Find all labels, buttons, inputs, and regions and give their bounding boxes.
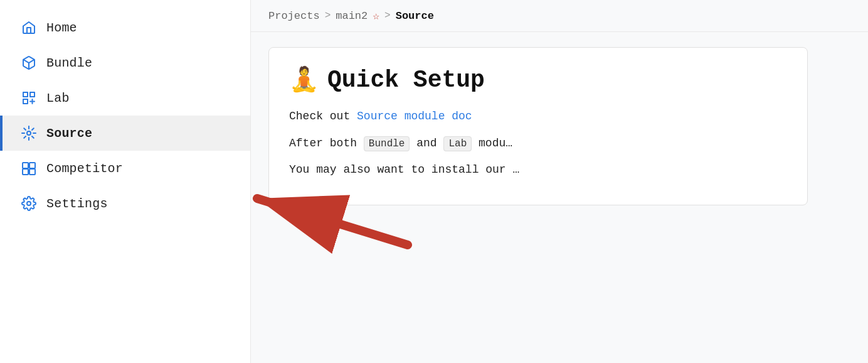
- sidebar-item-competitor[interactable]: Competitor: [0, 151, 250, 186]
- lab-icon: [20, 90, 38, 106]
- quick-setup-card: 🧘 Quick Setup Check out Source module do…: [268, 47, 808, 205]
- meditation-emoji: 🧘: [289, 65, 319, 94]
- sidebar-item-label-home: Home: [46, 21, 77, 35]
- sidebar-item-settings[interactable]: Settings: [0, 186, 250, 221]
- sidebar-item-lab[interactable]: Lab: [0, 80, 250, 116]
- lab-code: Lab: [443, 136, 472, 151]
- star-icon[interactable]: ☆: [373, 9, 379, 23]
- bundle-code: Bundle: [364, 136, 410, 151]
- svg-rect-2: [30, 92, 34, 97]
- svg-point-6: [27, 131, 31, 135]
- source-icon: [20, 126, 38, 141]
- svg-rect-7: [23, 163, 28, 168]
- quick-setup-line-2: After both Bundle and Lab modu…: [289, 134, 787, 153]
- home-icon: [20, 20, 38, 35]
- breadcrumb: Projects > main2 ☆ > Source: [251, 0, 868, 32]
- sidebar-item-label-lab: Lab: [46, 91, 70, 106]
- page-content: 🧘 Quick Setup Check out Source module do…: [251, 32, 868, 363]
- breadcrumb-project-name[interactable]: main2: [336, 10, 368, 22]
- source-module-doc-link[interactable]: Source module doc: [357, 110, 472, 122]
- settings-icon: [20, 196, 38, 211]
- quick-setup-title: 🧘 Quick Setup: [289, 65, 787, 94]
- sidebar-item-label-settings: Settings: [46, 197, 108, 211]
- svg-rect-10: [29, 169, 35, 175]
- svg-rect-8: [29, 163, 35, 168]
- sidebar-item-bundle[interactable]: Bundle: [0, 45, 250, 80]
- svg-point-11: [27, 202, 31, 205]
- main-content: Projects > main2 ☆ > Source 🧘 Quick Setu…: [251, 0, 868, 363]
- breadcrumb-projects[interactable]: Projects: [268, 10, 320, 22]
- svg-rect-1: [23, 92, 28, 97]
- sidebar-item-home[interactable]: Home: [0, 10, 250, 45]
- sidebar-item-label-bundle: Bundle: [46, 56, 92, 70]
- svg-rect-9: [23, 169, 28, 175]
- competitor-icon: [20, 161, 38, 176]
- sidebar-item-source[interactable]: Source: [0, 116, 250, 151]
- breadcrumb-sep-2: >: [384, 10, 391, 21]
- bundle-icon: [20, 55, 38, 70]
- quick-setup-line-1: Check out Source module doc: [289, 107, 787, 126]
- svg-rect-3: [23, 99, 28, 104]
- breadcrumb-current: Source: [396, 10, 434, 22]
- quick-setup-line-3: You may also want to install our …: [289, 160, 787, 180]
- sidebar-item-label-competitor: Competitor: [46, 161, 123, 176]
- sidebar: Home Bundle: [0, 0, 251, 363]
- sidebar-item-label-source: Source: [46, 126, 92, 141]
- breadcrumb-sep-1: >: [325, 10, 331, 21]
- quick-setup-heading: Quick Setup: [327, 67, 485, 94]
